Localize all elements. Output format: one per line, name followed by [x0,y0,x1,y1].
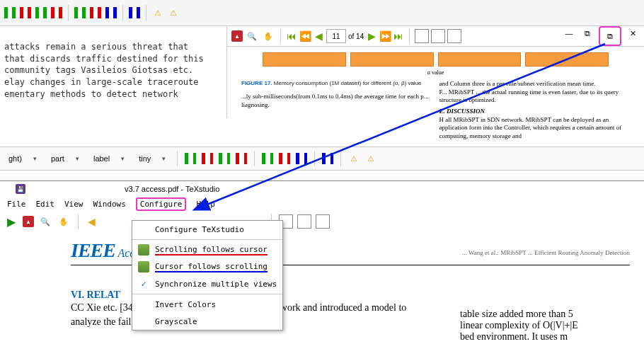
search-icon[interactable]: 🔍 [245,29,259,43]
last-page-icon[interactable]: ⏭ [393,30,404,42]
warning-icon-2[interactable]: ⚠ [166,6,180,20]
hand-icon[interactable]: ✋ [261,29,275,43]
menu-cursor-follows-scrolling[interactable]: Cursor follows scrolling [132,258,282,275]
back-icon[interactable]: ◀ [86,216,97,227]
pdf-toolbar: ▲ 🔍 ✋ ⏮ ⏪ ◀ of 14 ▶ ⏩ ⏭ — ⧉ ⧉ ✕ [227,26,644,47]
cursor-icon [138,244,149,255]
code-line: ementary methods to detect network [4,89,178,99]
cursor-icon-2 [138,261,149,272]
menu-view[interactable]: View [64,200,84,209]
stripe-b6[interactable] [277,151,292,166]
paper-text-left: ...ly sub-milliseconds(from 0.1ms to 0.4… [241,93,432,109]
paper-text-r1: and Column three is a per rule/subnet ve… [439,80,631,88]
menu-help[interactable]: Help [196,200,215,209]
dropdown-part[interactable]: part [45,154,85,163]
stripe-icon-3[interactable] [34,6,48,20]
stripe-b8[interactable] [321,151,335,166]
search-icon-2[interactable]: 🔍 [38,214,52,229]
chart-bars [263,52,609,67]
stripe-b3[interactable] [217,151,231,166]
text-editor-panel: attacks remain a serious threat that tha… [0,26,227,118]
prev-page-icon[interactable]: ◀ [313,30,324,42]
stripe-b1[interactable] [183,151,197,166]
paper-header: ... Wang et al.: MRibSPT ... Efficient R… [462,249,630,256]
stripe-b4[interactable] [234,151,248,166]
page-mode-1[interactable] [415,29,429,43]
figure-label: FIGURE 17. [241,80,272,86]
play-icon[interactable]: ▶ [4,214,18,229]
menu-sync-views[interactable]: ✓ Synchronize multiple views [132,275,282,292]
warn-b2[interactable]: ⚠ [364,151,378,166]
stripe-icon-6[interactable] [88,6,103,20]
stripe-icon-4[interactable] [50,6,64,20]
page-mode-3[interactable] [447,29,461,43]
prev-fast-icon[interactable]: ⏪ [299,30,311,42]
top-toolbar: ⚠ ⚠ [0,0,644,26]
warning-icon-1[interactable]: ⚠ [151,6,165,20]
pdf-viewer: ▲ 🔍 ✋ ⏮ ⏪ ◀ of 14 ▶ ⏩ ⏭ — ⧉ ⧉ ✕ α [227,26,644,118]
code-line: elay changes in large-scale traceroute [4,77,199,87]
figure-caption: Memory consumption (1M dataset) for diff… [274,80,422,86]
menu-invert-colors[interactable]: Invert Colors [132,296,282,313]
maximize-icon[interactable]: ⧉ [599,26,621,46]
page-input[interactable] [326,29,346,43]
window-title: v3.7 access.pdf - TeXstudio [125,185,219,193]
dropdown-1[interactable]: ght) [3,154,42,163]
next-page-icon[interactable]: ▶ [366,30,377,42]
dropdown-label[interactable]: label [88,154,130,163]
dropdown-tiny[interactable]: tiny [133,154,171,163]
stripe-icon-1[interactable] [3,6,17,20]
main-toolbar: ▶ ▲ 🔍 ✋ ◀ [0,211,644,232]
pdf-icon[interactable]: ▲ [231,30,243,42]
stripe-icon-2[interactable] [18,6,33,20]
paper-text-r3: H all MRibSPT in SDN network. MRibSPT ca… [439,116,631,141]
stripe-b5[interactable] [260,151,275,166]
warn-b1[interactable]: ⚠ [347,151,361,166]
alpha-label: α value [234,69,637,76]
paper-text-r2: F... MRibSPT ... the actual running time… [439,88,631,105]
stripe-b2[interactable] [200,151,214,166]
menu-file[interactable]: File [7,200,26,209]
first-page-icon[interactable]: ⏮ [286,30,297,42]
page-mode-2[interactable] [431,29,445,43]
hand-icon-2[interactable]: ✋ [57,214,71,229]
page-mode-b[interactable] [297,214,311,229]
stripe-icon-7[interactable] [104,6,118,20]
code-line: that discards traffic destined for this [4,54,204,64]
menu-configure[interactable]: Configure [136,197,187,211]
stripe-b7[interactable] [294,151,309,166]
restore-icon[interactable]: ⧉ [580,26,594,40]
next-fast-icon[interactable]: ⏩ [379,30,391,42]
format-toolbar: ght) part label tiny ⚠ ⚠ [0,147,644,171]
menu-windows[interactable]: Windows [93,200,126,209]
page-total-label: of 14 [348,33,364,40]
ieee-logo: IEEE [71,239,115,261]
menu-scrolling-follows-cursor[interactable]: Scrolling follows cursor [132,241,282,258]
code-line: attacks remain a serious threat that [4,42,188,52]
check-icon: ✓ [138,278,149,289]
configure-dropdown: Configure TeXstudio Scrolling follows cu… [132,220,283,331]
menu-configure-texstudio[interactable]: Configure TeXstudio [132,221,282,238]
menu-edit[interactable]: Edit [36,200,55,209]
stripe-icon-5[interactable] [73,6,87,20]
close-icon[interactable]: ✕ [626,26,640,40]
section-e-header: E. DISCUSSION [439,108,631,116]
app-icon: 💾 [16,184,25,194]
pdf-icon-2[interactable]: ▲ [23,216,34,227]
menu-grayscale[interactable]: Grayscale [132,313,282,330]
page-mode-c[interactable] [316,214,330,229]
paper-right-column: table size added more than 5 linear comp… [460,309,637,343]
code-line: community tags Vasileios Giotsas etc. [4,65,193,75]
minimize-icon[interactable]: — [562,26,576,40]
titlebar: 💾 v3.7 access.pdf - TeXstudio [0,181,644,197]
lower-window: ✕ 💾 v3.7 access.pdf - TeXstudio File Edi… [0,180,644,335]
menubar: File Edit View Windows Configure Help [0,197,644,211]
stripe-icon-8[interactable] [127,6,142,20]
